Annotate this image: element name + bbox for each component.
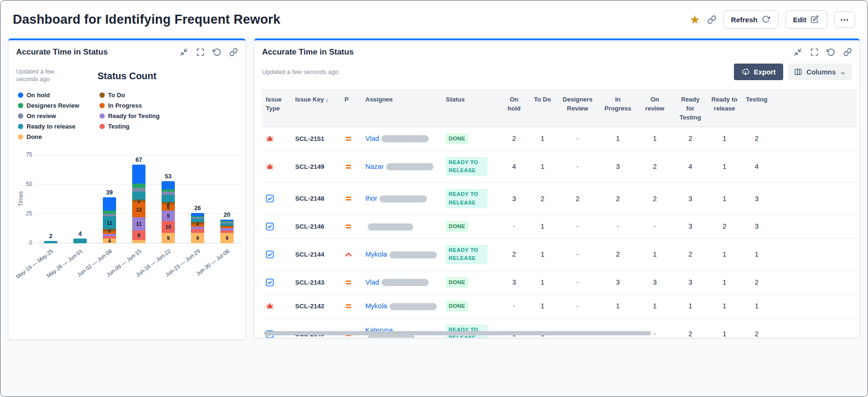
bar-segment-testing[interactable] bbox=[220, 231, 234, 233]
bar-segment-designers-review[interactable] bbox=[220, 221, 234, 222]
bar-segment-on-review[interactable] bbox=[162, 192, 175, 195]
bar-segment-to-do[interactable]: 2 bbox=[191, 222, 204, 224]
column-header-issue-key[interactable]: Issue Key↓ bbox=[291, 90, 341, 127]
export-button[interactable]: Export bbox=[734, 64, 783, 80]
bar-segment-designers-review[interactable] bbox=[132, 184, 145, 188]
legend-swatch bbox=[18, 92, 23, 98]
column-header-issue-type[interactable]: Issue Type bbox=[262, 90, 291, 127]
bar-segment-done[interactable] bbox=[132, 240, 145, 243]
bar-segment-in-progress[interactable] bbox=[220, 227, 234, 228]
column-header-p[interactable]: P bbox=[341, 90, 362, 127]
bar-segment-ready-to-release[interactable] bbox=[162, 195, 175, 202]
bar-segment-ready-for-testing[interactable]: 9 bbox=[162, 211, 175, 221]
bar-segment-designers-review[interactable] bbox=[191, 216, 204, 217]
bar-segment-done[interactable]: 9 bbox=[162, 233, 175, 243]
column-header-designers-review[interactable]: Designers Review bbox=[556, 90, 599, 127]
assignee-link[interactable]: Nazar bbox=[365, 163, 384, 170]
header-actions: ★ Refresh Edit ⋯ bbox=[689, 10, 855, 29]
filler-cell bbox=[772, 318, 857, 338]
bar-segment-testing[interactable] bbox=[191, 229, 204, 232]
bar-segment-ready-to-release[interactable]: 11 bbox=[103, 216, 116, 229]
more-actions-button[interactable]: ⋯ bbox=[834, 11, 855, 28]
time-in-status-value: - bbox=[636, 214, 673, 238]
bar-total-label: 2 bbox=[39, 233, 63, 240]
bar-segment-on-hold[interactable] bbox=[132, 165, 145, 184]
legend-item[interactable]: On review bbox=[18, 112, 99, 120]
bar-segment-designers-review[interactable] bbox=[103, 211, 116, 214]
link-icon[interactable] bbox=[843, 48, 852, 56]
edit-button[interactable]: Edit bbox=[786, 10, 827, 29]
column-header-ready-to-release[interactable]: Ready to release bbox=[707, 90, 741, 127]
horizontal-scrollbar[interactable] bbox=[264, 331, 651, 335]
bar-segment-on-review[interactable] bbox=[220, 222, 234, 223]
column-header-ready-for-testing[interactable]: Ready for Testing bbox=[673, 90, 707, 127]
bar-segment-on-hold[interactable] bbox=[191, 213, 204, 216]
bar-segment-to-do[interactable] bbox=[220, 226, 234, 227]
columns-button[interactable]: Columns bbox=[788, 64, 852, 80]
legend-item[interactable]: Ready to release bbox=[18, 123, 99, 130]
collapse-icon[interactable] bbox=[794, 48, 802, 56]
dashboard-screen: Dashboard for Identifying Frequent Rewor… bbox=[0, 0, 868, 397]
fullscreen-icon[interactable] bbox=[810, 48, 819, 56]
collapse-icon[interactable] bbox=[180, 48, 188, 56]
bar-segment-done[interactable]: 9 bbox=[191, 233, 204, 243]
bar-segment-ready-to-release[interactable] bbox=[191, 219, 204, 222]
assignee-link[interactable]: Ihor bbox=[365, 194, 377, 202]
bar-segment-on-review[interactable] bbox=[103, 214, 116, 216]
legend-item[interactable]: Ready for Testing bbox=[99, 112, 181, 120]
assignee-link[interactable]: Vlad bbox=[365, 135, 379, 142]
assignee-link[interactable]: Mykola bbox=[365, 250, 387, 258]
bar-segment-testing[interactable]: 8 bbox=[132, 231, 145, 240]
column-header-to-do[interactable]: To Do bbox=[529, 90, 556, 127]
time-in-status-value: 2 bbox=[673, 318, 707, 338]
assignee-link[interactable]: Vlad bbox=[365, 278, 379, 286]
bar-segment-on-hold[interactable] bbox=[220, 220, 234, 221]
refresh-button[interactable]: Refresh bbox=[723, 10, 778, 29]
bar-segment-ready-to-release[interactable] bbox=[132, 192, 145, 200]
bar-segment-testing[interactable]: 10 bbox=[162, 221, 175, 233]
column-header-on-review[interactable]: On review bbox=[636, 90, 673, 127]
bar-segment-to-do[interactable]: 2 bbox=[162, 202, 175, 204]
column-header-status[interactable]: Status bbox=[442, 90, 499, 127]
column-header-in-progress[interactable]: In Progress bbox=[599, 90, 636, 127]
bar-segment-ready-for-testing[interactable] bbox=[191, 227, 204, 229]
bar-segment-to-do[interactable]: 2 bbox=[103, 229, 116, 231]
reset-icon[interactable] bbox=[213, 48, 221, 56]
legend-item[interactable]: Done bbox=[18, 133, 99, 140]
bar-segment-ready-to-release[interactable] bbox=[73, 239, 87, 243]
bar-segment-done[interactable]: 4 bbox=[103, 239, 116, 243]
bar-segment-designers-review[interactable] bbox=[162, 189, 175, 192]
bar-segment-testing[interactable] bbox=[103, 236, 116, 239]
bar-segment-done[interactable]: 9 bbox=[220, 233, 234, 243]
reset-icon[interactable] bbox=[827, 48, 835, 56]
time-in-status-value: 3 bbox=[741, 183, 772, 215]
legend-item[interactable]: On hold bbox=[18, 92, 99, 99]
bar-segment-ready-for-testing[interactable]: 11 bbox=[132, 217, 145, 230]
bar-segment-on-hold[interactable] bbox=[162, 181, 175, 189]
bar-segment-ready-for-testing[interactable] bbox=[103, 234, 116, 236]
sort-descending-icon: ↓ bbox=[326, 96, 329, 103]
filler-cell bbox=[772, 183, 857, 215]
table-updated-text: Updated a few seconds ago bbox=[262, 68, 338, 75]
bar-segment-to-do[interactable]: 2 bbox=[132, 200, 145, 202]
bar-segment-on-hold[interactable] bbox=[103, 197, 116, 210]
bar-segment-in-progress[interactable]: 13 bbox=[132, 202, 145, 217]
bar-segment-ready-for-testing[interactable] bbox=[220, 228, 234, 231]
column-header-testing[interactable]: Testing bbox=[741, 90, 772, 127]
assignee-link[interactable]: Mykola bbox=[365, 302, 387, 310]
share-link-icon[interactable] bbox=[707, 15, 716, 24]
legend-item[interactable]: To Do bbox=[99, 92, 181, 99]
legend-item[interactable]: In Progress bbox=[99, 102, 181, 109]
bar-total-label: 53 bbox=[156, 173, 180, 180]
bar-segment-on-review[interactable] bbox=[191, 217, 204, 218]
fullscreen-icon[interactable] bbox=[196, 48, 205, 56]
column-header-assignee[interactable]: Assignee bbox=[362, 90, 442, 127]
column-header-on-hold[interactable]: On hold bbox=[499, 90, 529, 127]
bar-segment-ready-to-release[interactable] bbox=[220, 223, 234, 226]
legend-item[interactable]: Designers Review bbox=[18, 102, 99, 109]
favorite-star-icon[interactable]: ★ bbox=[689, 14, 700, 26]
legend-item[interactable]: Testing bbox=[99, 123, 181, 130]
bar-segment-ready-to-release[interactable] bbox=[44, 241, 57, 243]
bar-segment-on-review[interactable] bbox=[132, 188, 145, 191]
link-icon[interactable] bbox=[229, 48, 238, 56]
